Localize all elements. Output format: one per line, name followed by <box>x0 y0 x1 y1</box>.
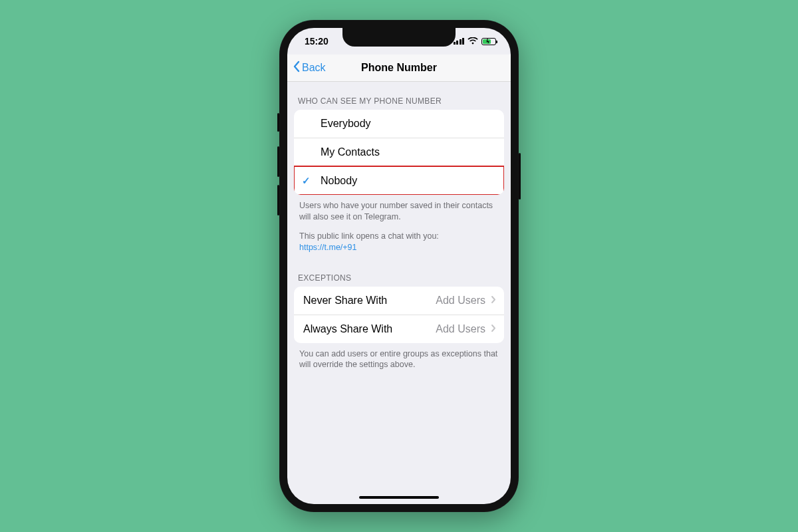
back-label: Back <box>302 62 326 74</box>
exception-never-share[interactable]: Never Share With Add Users <box>294 287 504 315</box>
exception-always-share[interactable]: Always Share With Add Users <box>294 315 504 343</box>
side-button-silence <box>277 113 279 132</box>
exception-value: Add Users <box>436 295 485 307</box>
nav-bar: Back Phone Number <box>287 55 511 82</box>
status-time: 15:20 <box>305 36 329 47</box>
exception-label: Never Share With <box>303 295 387 307</box>
visibility-group: Everybody My Contacts ✓ Nobody <box>294 110 504 195</box>
exceptions-footer: You can add users or entire groups as ex… <box>287 343 511 371</box>
status-icons: ϟ <box>454 37 497 45</box>
side-button-vol-down <box>277 185 279 215</box>
option-my-contacts[interactable]: My Contacts <box>294 138 504 166</box>
side-button-power <box>519 153 521 200</box>
home-indicator[interactable] <box>359 496 439 499</box>
option-everybody[interactable]: Everybody <box>294 110 504 138</box>
exception-value: Add Users <box>436 323 485 335</box>
battery-icon: ϟ <box>481 38 496 45</box>
public-link[interactable]: https://t.me/+91 <box>299 243 357 252</box>
checkmark-icon: ✓ <box>302 175 311 187</box>
content: WHO CAN SEE MY PHONE NUMBER Everybody My… <box>287 82 511 370</box>
visibility-section-header: WHO CAN SEE MY PHONE NUMBER <box>287 82 511 110</box>
phone-frame: 15:20 ϟ Back Pho <box>279 20 519 512</box>
exceptions-group: Never Share With Add Users Always Share … <box>294 287 504 343</box>
wifi-icon <box>467 37 478 45</box>
side-button-vol-up <box>277 146 279 177</box>
option-label: My Contacts <box>321 146 380 158</box>
chevron-left-icon <box>293 61 301 75</box>
screen: 15:20 ϟ Back Pho <box>287 28 511 504</box>
chevron-right-icon <box>491 323 496 335</box>
page-title: Phone Number <box>361 62 437 74</box>
cellular-signal-icon <box>454 38 465 45</box>
footer-link-intro: This public link opens a chat with you: <box>299 231 499 242</box>
exceptions-section-header: EXCEPTIONS <box>287 253 511 287</box>
chevron-right-icon <box>491 295 496 307</box>
exception-label: Always Share With <box>303 323 392 335</box>
footer-text: Users who have your number saved in thei… <box>299 200 499 223</box>
back-button[interactable]: Back <box>293 61 326 75</box>
option-label: Nobody <box>321 175 357 187</box>
notch <box>342 28 456 47</box>
visibility-footer: Users who have your number saved in thei… <box>287 195 511 253</box>
option-nobody[interactable]: ✓ Nobody <box>294 166 504 195</box>
option-label: Everybody <box>321 118 371 130</box>
